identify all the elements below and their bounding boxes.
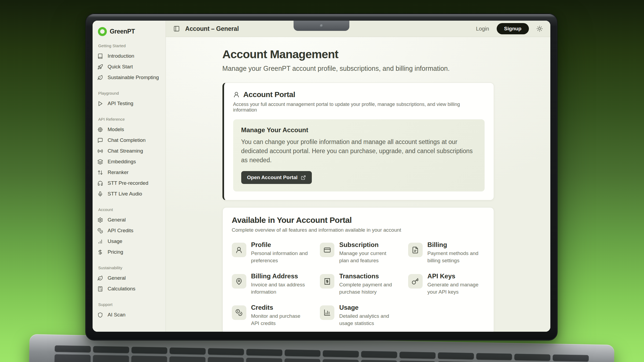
sidebar-item-label: STT Pre-recorded	[108, 180, 148, 186]
sidebar-section-label: Getting Started	[98, 43, 161, 48]
map-pin-icon	[232, 274, 246, 289]
sidebar-item-api-credits[interactable]: API Credits	[97, 225, 161, 236]
sidebar-item-label: STT Live Audio	[108, 191, 142, 197]
sidebar-section-label: Playground	[98, 91, 161, 95]
feature-title: Usage	[339, 304, 396, 311]
keyboard-key	[131, 356, 167, 362]
leaf-icon	[97, 275, 103, 281]
sidebar-item-label: Embeddings	[108, 159, 136, 165]
content-area: Account Management Manage your GreenPT a…	[166, 37, 550, 332]
sidebar-item-label: General	[108, 275, 126, 281]
portal-card-description: Access your full account management port…	[233, 102, 485, 113]
keyboard-key	[553, 354, 589, 361]
laptop-notch	[294, 21, 349, 31]
sidebar-item-calculations[interactable]: Calculations	[97, 283, 161, 294]
sidebar-item-label: Sustainable Prompting	[108, 75, 159, 80]
calculator-icon	[97, 286, 103, 292]
sidebar-item-label: Chat Streaming	[108, 148, 143, 154]
key-icon	[408, 274, 423, 289]
sidebar-item-usage[interactable]: Usage	[97, 236, 161, 247]
keyboard-key	[399, 360, 436, 362]
sidebar-item-embeddings[interactable]: Embeddings	[97, 156, 161, 167]
coins-icon	[97, 228, 103, 234]
sidebar-item-chat-streaming[interactable]: Chat Streaming	[97, 146, 161, 156]
sidebar-section-label: Sustainability	[98, 265, 161, 270]
gear-icon	[97, 217, 103, 223]
feature-subscription: SubscriptionManage your current plan and…	[320, 241, 396, 264]
keyboard-key	[131, 347, 167, 354]
sidebar-item-ai-scan[interactable]: AI Scan	[97, 309, 161, 320]
feature-description: Personal information and preferences	[251, 250, 308, 264]
keyboard-key	[55, 345, 91, 352]
feature-api-keys: API KeysGenerate and manage your API key…	[408, 272, 485, 296]
sidebar-item-pricing[interactable]: Pricing	[97, 247, 161, 257]
sidebar-section-label: Account	[98, 207, 161, 212]
sidebar-item-general[interactable]: General	[97, 273, 161, 283]
external-link-icon	[301, 175, 306, 180]
headphones-icon	[97, 180, 103, 186]
sidebar-item-general[interactable]: General	[97, 215, 161, 225]
sidebar-section-getting-started: Getting StartedIntroductionQuick StartSu…	[97, 43, 161, 83]
page-title: Account – General	[185, 25, 239, 32]
sidebar-item-models[interactable]: Models	[97, 124, 161, 135]
keyboard-key	[246, 349, 282, 356]
feature-billing: BillingPayment methods and billing setti…	[408, 241, 485, 264]
keyboard-key	[361, 360, 397, 362]
keyboard-key	[438, 352, 474, 359]
features-card: Available in Your Account Portal Complet…	[222, 207, 494, 332]
keyboard-key	[208, 357, 244, 362]
login-link[interactable]: Login	[476, 26, 489, 32]
sidebar-item-sustainable-prompting[interactable]: Sustainable Prompting	[97, 72, 161, 83]
manage-account-panel: Manage Your Account You can change your …	[233, 119, 485, 191]
greenpt-logo-icon	[98, 27, 107, 36]
webcam-icon	[320, 24, 323, 28]
layers-icon	[97, 159, 103, 165]
keyboard-key	[170, 348, 206, 354]
feature-title: API Keys	[427, 272, 485, 280]
laptop-keyboard	[54, 345, 589, 362]
feature-title: Billing	[427, 241, 485, 249]
sidebar-section-sustainability: SustainabilityGeneralCalculations	[97, 265, 161, 294]
feature-credits: CreditsMonitor and purchase API credits	[232, 304, 308, 327]
open-account-portal-button[interactable]: Open Account Portal	[241, 171, 312, 184]
brand[interactable]: GreenPT	[98, 27, 161, 36]
main-column: Account – General Login Signup Account M…	[166, 21, 550, 332]
feature-transactions: TransactionsComplete payment and purchas…	[320, 272, 396, 296]
sidebar-toggle-icon[interactable]	[173, 25, 180, 32]
feature-title: Transactions	[339, 272, 396, 280]
feature-description: Monitor and purchase API credits	[251, 313, 308, 327]
chip-icon	[97, 127, 103, 132]
coins-icon	[232, 305, 246, 320]
features-grid: ProfilePersonal information and preferen…	[232, 241, 485, 327]
keyboard-key	[208, 348, 244, 355]
sidebar-item-label: Introduction	[108, 53, 134, 59]
feature-profile: ProfilePersonal information and preferen…	[232, 241, 308, 264]
chat-bubble-icon	[97, 138, 103, 143]
sidebar-item-stt-pre-recorded[interactable]: STT Pre-recorded	[97, 178, 161, 189]
keyboard-key	[169, 356, 206, 362]
sidebar-item-label: API Testing	[108, 101, 133, 106]
signup-button[interactable]: Signup	[497, 23, 529, 34]
feature-description: Payment methods and billing settings	[427, 250, 485, 264]
sidebar-item-label: Calculations	[108, 286, 136, 292]
app-window: GreenPT Getting StartedIntroductionQuick…	[93, 21, 550, 332]
sidebar-item-chat-completion[interactable]: Chat Completion	[97, 135, 161, 146]
sidebar-item-api-testing[interactable]: API Testing	[97, 98, 161, 109]
sidebar-item-introduction[interactable]: Introduction	[97, 51, 161, 61]
laptop-mockup: GreenPT Getting StartedIntroductionQuick…	[0, 0, 644, 362]
sidebar-section-account: AccountGeneralAPI CreditsUsagePricing	[97, 207, 161, 257]
keyboard-key	[323, 350, 359, 357]
sidebar-item-stt-live-audio[interactable]: STT Live Audio	[97, 189, 161, 199]
shield-icon	[97, 312, 103, 318]
theme-toggle-icon[interactable]	[536, 25, 543, 32]
sidebar-item-quick-start[interactable]: Quick Start	[97, 61, 161, 72]
keyboard-key	[246, 358, 282, 362]
feature-description: Detailed analytics and usage statistics	[339, 313, 396, 327]
topbar: Account – General Login Signup	[166, 21, 550, 37]
feature-title: Billing Address	[251, 272, 308, 280]
topbar-actions: Login Signup	[476, 23, 543, 34]
laptop-lid: GreenPT Getting StartedIntroductionQuick…	[85, 13, 558, 341]
keyboard-key	[361, 351, 397, 358]
sidebar-item-reranker[interactable]: Reranker	[97, 167, 161, 178]
keyboard-key	[476, 353, 512, 360]
